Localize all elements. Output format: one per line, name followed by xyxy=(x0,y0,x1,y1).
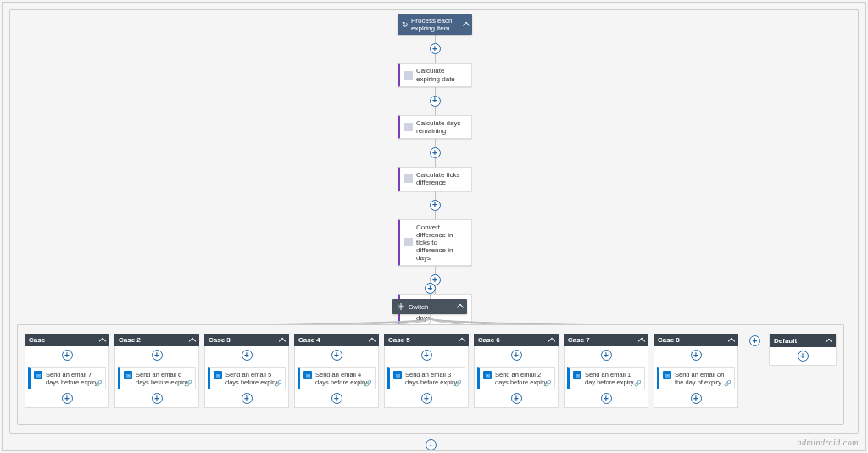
email-action-card[interactable]: ✉ Send an email on the day of expiry 🔗 xyxy=(657,367,735,389)
action-label: Send an email 1 day before expiry xyxy=(585,371,641,386)
switch-header[interactable]: Switch xyxy=(392,299,467,314)
email-action-card[interactable]: ✉ Send an email 6 days before expiry 🔗 xyxy=(118,367,196,389)
add-action-button[interactable]: + xyxy=(242,393,253,404)
case-column: Case 8 + ✉ Send an email on the day of e… xyxy=(654,334,738,408)
default-case[interactable]: Default + xyxy=(769,334,837,366)
variable-icon xyxy=(404,71,413,80)
case-header[interactable]: Case 4 xyxy=(294,334,379,346)
add-action-button[interactable]: + xyxy=(430,147,441,158)
variable-icon xyxy=(404,174,413,183)
variable-icon xyxy=(404,238,413,246)
case-body: + ✉ Send an email 6 days before expiry 🔗… xyxy=(114,346,199,408)
email-action-card[interactable]: ✉ Send an email 7 days before expiry 🔗 xyxy=(28,367,106,389)
chevron-up-icon xyxy=(99,337,106,344)
chevron-up-icon xyxy=(548,337,555,344)
chevron-up-icon xyxy=(728,337,735,344)
chevron-up-icon xyxy=(826,338,832,345)
add-action-button[interactable]: + xyxy=(511,393,522,404)
case-body: + ✉ Send an email 2 days before expiry 🔗… xyxy=(474,346,559,408)
chevron-up-icon xyxy=(463,22,470,29)
case-body: + ✉ Send an email 3 days before expiry 🔗… xyxy=(384,346,469,408)
outlook-icon: ✉ xyxy=(124,371,132,379)
add-action-button[interactable]: + xyxy=(62,350,73,361)
add-action-button[interactable]: + xyxy=(242,350,253,361)
step-calc-expiring-date[interactable]: Calculate expiring date xyxy=(398,63,472,86)
case-header[interactable]: Case xyxy=(25,334,109,346)
case-header[interactable]: Case 5 xyxy=(384,334,469,346)
add-action-button[interactable]: + xyxy=(62,393,73,404)
link-icon: 🔗 xyxy=(185,380,192,387)
case-title: Case 5 xyxy=(388,336,456,344)
switch-icon xyxy=(397,302,405,311)
case-title: Case 2 xyxy=(119,336,186,344)
connector: + xyxy=(430,35,441,63)
action-label: Send an email 6 days before expiry xyxy=(136,371,192,386)
step-calc-ticks-diff[interactable]: Calculate ticks difference xyxy=(398,167,472,191)
email-action-card[interactable]: ✉ Send an email 3 days before expiry 🔗 xyxy=(387,367,465,389)
action-label: Send an email 4 days before expiry xyxy=(315,371,371,386)
case-header[interactable]: Case 6 xyxy=(474,334,559,346)
add-action-button[interactable]: + xyxy=(421,393,432,404)
outlook-icon: ✉ xyxy=(483,371,492,379)
vertical-flow: ↻ Process each expiring item + Calculate… xyxy=(392,14,477,326)
action-label: Send an email 7 days before expiry xyxy=(46,371,102,386)
add-action-button[interactable]: + xyxy=(691,350,702,361)
email-action-card[interactable]: ✉ Send an email 4 days before expiry 🔗 xyxy=(298,367,376,389)
add-action-button[interactable]: + xyxy=(430,43,441,54)
watermark: admindroid.com xyxy=(798,438,859,447)
chevron-up-icon xyxy=(189,337,196,344)
designer-canvas: ↻ Process each expiring item + Calculate… xyxy=(2,2,866,451)
case-header[interactable]: Case 8 xyxy=(654,334,738,346)
add-action-button[interactable]: + xyxy=(601,393,612,404)
case-body: + ✉ Send an email on the day of expiry 🔗… xyxy=(654,346,738,408)
add-case-button[interactable]: + xyxy=(749,335,760,346)
add-action-button[interactable]: + xyxy=(152,393,163,404)
add-action-button[interactable]: + xyxy=(601,350,612,361)
add-action-button[interactable]: + xyxy=(430,96,441,107)
email-action-card[interactable]: ✉ Send an email 1 day before expiry 🔗 xyxy=(567,367,645,389)
case-title: Case 3 xyxy=(209,336,276,344)
case-body: + ✉ Send an email 5 days before expiry 🔗… xyxy=(204,346,289,408)
case-column: Case + ✉ Send an email 7 days before exp… xyxy=(25,334,109,408)
action-label: Send an email 5 days before expiry xyxy=(225,371,281,386)
link-icon: 🔗 xyxy=(544,380,552,387)
step-convert-diff[interactable]: Convert difference in ticks to differenc… xyxy=(398,219,472,267)
add-action-button[interactable]: + xyxy=(331,350,342,361)
step-calc-days-remaining[interactable]: Calculate days remaining xyxy=(398,115,472,139)
case-title: Case 8 xyxy=(658,336,726,344)
add-action-button[interactable]: + xyxy=(331,393,342,404)
connector: + xyxy=(430,139,441,167)
chevron-up-icon xyxy=(638,337,645,344)
email-action-card[interactable]: ✉ Send an email 2 days before expiry 🔗 xyxy=(477,367,555,389)
foreach-title: Process each expiring item xyxy=(411,17,461,32)
chevron-up-icon xyxy=(279,337,286,344)
case-title: Case 6 xyxy=(478,336,546,344)
case-header[interactable]: Case 3 xyxy=(204,334,289,346)
case-column: Case 7 + ✉ Send an email 1 day before ex… xyxy=(564,334,648,408)
add-action-button[interactable]: + xyxy=(425,283,436,294)
foreach-header[interactable]: ↻ Process each expiring item xyxy=(398,14,472,35)
chevron-up-icon xyxy=(369,337,376,344)
chevron-up-icon xyxy=(457,304,464,311)
case-column: Case 4 + ✉ Send an email 4 days before e… xyxy=(294,334,379,408)
connector: + xyxy=(430,87,441,115)
add-action-button-bottom[interactable]: + xyxy=(426,439,437,450)
email-action-card[interactable]: ✉ Send an email 5 days before expiry 🔗 xyxy=(208,367,286,389)
connector: + xyxy=(430,191,441,219)
case-header[interactable]: Case 7 xyxy=(564,334,648,346)
chevron-up-icon xyxy=(459,337,465,344)
add-action-button[interactable]: + xyxy=(691,393,702,404)
add-action-button[interactable]: + xyxy=(798,351,809,362)
outlook-icon: ✉ xyxy=(34,371,42,379)
link-icon: 🔗 xyxy=(95,380,103,387)
outlook-icon: ✉ xyxy=(663,371,671,379)
add-action-button[interactable]: + xyxy=(421,350,432,361)
loop-icon: ↻ xyxy=(401,21,409,29)
outlook-icon: ✉ xyxy=(573,371,581,379)
add-action-button[interactable]: + xyxy=(152,350,163,361)
case-column: Case 2 + ✉ Send an email 6 days before e… xyxy=(114,334,199,408)
case-header[interactable]: Case 2 xyxy=(114,334,199,346)
add-action-button[interactable]: + xyxy=(511,350,522,361)
case-list: Case + ✉ Send an email 7 days before exp… xyxy=(25,334,738,408)
add-action-button[interactable]: + xyxy=(430,200,441,211)
